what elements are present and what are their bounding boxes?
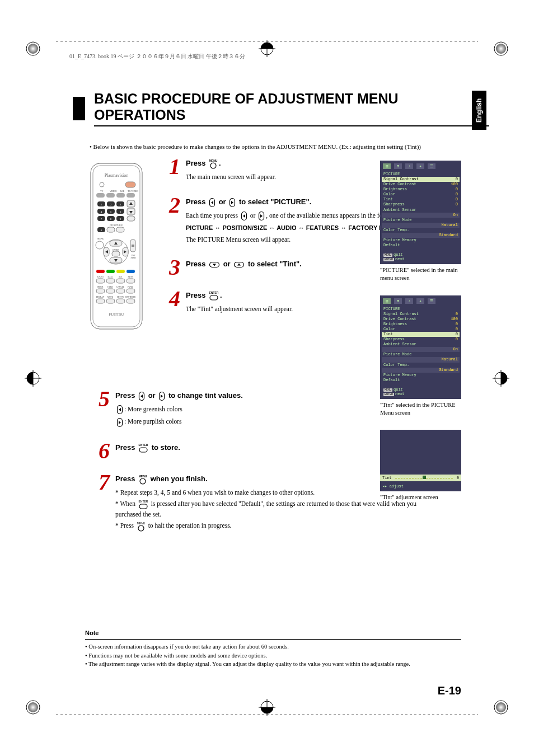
right-button-icon (116, 417, 123, 428)
svg-text:STRO: STRO (131, 257, 136, 259)
svg-point-5 (28, 702, 38, 712)
svg-rect-116 (139, 448, 147, 452)
osd-title: PICTURE (382, 171, 460, 177)
svg-text:OFF TIMER: OFF TIMER (125, 296, 136, 298)
enter-button-icon: ENTER (209, 291, 219, 301)
osd-tab-icon: ⊞ (394, 163, 402, 169)
remote-control-illustration: Plasmavision TVVIDEORGBTV/VIDEO 1 2 3 4 … (90, 162, 143, 330)
step-number: 2 (160, 195, 180, 215)
language-tab: English (472, 91, 486, 130)
svg-text:MENU: MENU (209, 159, 218, 162)
menu-button-icon: MENU (137, 522, 146, 532)
step-number: 4 (160, 289, 180, 309)
header-crop-line (56, 41, 478, 41)
svg-rect-31 (116, 193, 125, 198)
caption-2: "Tint" selected in the PICTURE Menu scre… (380, 401, 461, 416)
crop-mark-left-icon (19, 367, 41, 389)
osd-tab-icon: ⊞ (394, 298, 402, 304)
svg-rect-81 (106, 279, 115, 283)
crop-mark-bottom-icon (256, 699, 278, 721)
osd-tab-picture-icon: ▧ (383, 298, 391, 304)
crop-mark-tl-icon (19, 35, 41, 57)
page-title: BASIC PROCEDURE OF ADJUSTMENT MENU OPERA… (94, 91, 489, 126)
left-button-icon (241, 211, 247, 221)
enter-button-icon: ENTER (138, 443, 148, 453)
svg-rect-32 (127, 193, 135, 198)
left-button-icon (138, 391, 145, 401)
svg-text:RGB: RGB (120, 190, 125, 192)
notes-section: Note • On-screen information disappears … (85, 630, 461, 669)
tint-slider-track (395, 477, 453, 479)
svg-point-118 (140, 478, 146, 484)
svg-text:ENTER: ENTER (139, 443, 148, 447)
note-item: • Functions may not be available with so… (85, 651, 461, 660)
svg-rect-90 (116, 289, 125, 293)
osd-tab-picture-icon: ▧ (383, 163, 391, 169)
svg-rect-110 (210, 295, 218, 300)
osd-tab-icon: ☰ (428, 163, 435, 169)
svg-text:MX: MX (119, 276, 122, 278)
intro-text: • Below is shown the basic procedure to … (90, 143, 467, 150)
svg-text:MUTE: MUTE (107, 296, 113, 298)
svg-rect-75 (127, 270, 135, 273)
caption-3: "Tint" adjustment screen (380, 494, 461, 501)
svg-rect-96 (96, 299, 105, 303)
svg-text:ENTER: ENTER (113, 249, 119, 251)
svg-text:TV/VIDEO: TV/VIDEO (128, 190, 138, 192)
svg-rect-30 (106, 193, 115, 198)
svg-text:Plasmavision: Plasmavision (105, 173, 129, 178)
svg-text:DATA: DATA (107, 276, 113, 278)
crop-mark-bl-icon (19, 699, 41, 721)
osd-tab-icon: ☰ (428, 298, 435, 304)
svg-point-122 (138, 525, 144, 531)
svg-rect-72 (96, 270, 105, 273)
down-button-icon (209, 261, 220, 268)
note-item: • The adjustment range varies with the d… (85, 660, 461, 669)
svg-point-60 (96, 241, 104, 249)
svg-rect-74 (116, 270, 125, 273)
title-bar (73, 97, 85, 120)
left-button-icon (209, 198, 216, 208)
svg-rect-62 (132, 245, 134, 247)
svg-rect-29 (96, 193, 105, 198)
svg-rect-58 (116, 227, 124, 232)
note-item: • On-screen information disappears if yo… (85, 642, 461, 651)
svg-text:B.NAVI: B.NAVI (97, 276, 104, 278)
svg-rect-98 (116, 299, 125, 303)
svg-rect-89 (106, 289, 115, 293)
svg-point-7 (496, 702, 506, 712)
svg-text:HOLD: HOLD (107, 286, 113, 288)
svg-rect-120 (139, 504, 147, 509)
step-number: 1 (160, 157, 180, 177)
right-button-icon (158, 391, 165, 401)
svg-text:MENU: MENU (139, 475, 147, 478)
svg-text:FUJITSU: FUJITSU (109, 312, 124, 317)
osd-tab-icon: ✦ (416, 298, 424, 304)
right-button-icon (258, 211, 265, 221)
step-text: * Press MENU to halt the operation in pr… (115, 521, 442, 531)
svg-text:MENU: MENU (137, 522, 145, 525)
svg-rect-71 (112, 251, 120, 256)
note-title: Note (85, 630, 461, 636)
osd-title: PICTURE (382, 306, 460, 312)
svg-rect-53 (127, 216, 135, 221)
header-filename: 01_E_7473. book 19 ページ ２００６年９月６日 水曜日 午後２… (69, 53, 245, 60)
step-number: 6 (90, 441, 110, 461)
svg-rect-88 (96, 289, 105, 293)
menu-button-icon: MENU (209, 159, 218, 169)
step-number: 5 (90, 389, 110, 409)
svg-rect-24 (125, 182, 135, 187)
step-number: 7 (90, 472, 110, 492)
svg-text:CH RETURN: CH RETURN (110, 224, 123, 227)
svg-rect-91 (127, 289, 135, 293)
svg-point-1 (28, 44, 38, 54)
svg-point-3 (496, 44, 506, 54)
svg-text:ENTER: ENTER (138, 500, 148, 503)
svg-text:VIDEO: VIDEO (110, 190, 117, 192)
crop-mark-right-icon (493, 367, 515, 389)
osd-picture-main: ▧ ⊞ ♪ ✦ ☰ PICTURE Signal Contrast0 Drive… (380, 161, 461, 264)
svg-rect-82 (116, 279, 125, 283)
page-number: E-19 (438, 684, 461, 697)
svg-rect-73 (106, 270, 115, 273)
crop-mark-tr-icon (493, 35, 515, 57)
